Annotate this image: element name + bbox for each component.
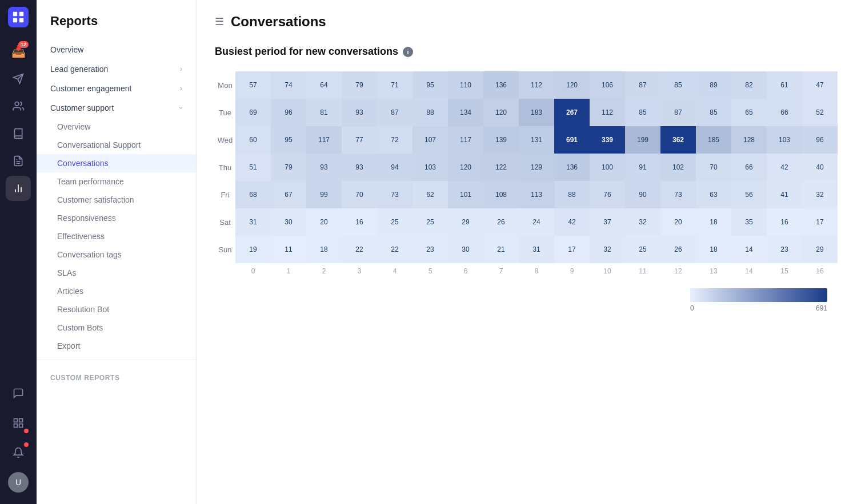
heatmap-cell: 93 bbox=[342, 99, 377, 126]
hour-label: 3 bbox=[342, 263, 377, 279]
page-title: Conversations bbox=[231, 14, 326, 30]
heatmap-cell: 120 bbox=[448, 154, 483, 181]
nav-subitem-conversations[interactable]: Conversations bbox=[37, 154, 196, 172]
heatmap-cell: 117 bbox=[448, 126, 483, 154]
nav-subitem-conversational-support-label: Conversational Support bbox=[57, 140, 141, 150]
heatmap-cell: 96 bbox=[271, 99, 306, 126]
heatmap-row: Tue6996819387881341201832671128587856566… bbox=[215, 99, 838, 126]
heatmap-cell: 30 bbox=[271, 208, 306, 236]
inbox-nav-icon[interactable]: 📥 12 bbox=[6, 39, 31, 64]
svg-rect-3 bbox=[19, 18, 23, 22]
send-nav-icon[interactable] bbox=[6, 66, 31, 91]
hamburger-icon[interactable]: ☰ bbox=[215, 15, 224, 28]
notes-nav-icon[interactable] bbox=[6, 148, 31, 174]
app-logo bbox=[8, 7, 29, 27]
heatmap-cell: 26 bbox=[660, 236, 696, 263]
inbox-badge: 12 bbox=[18, 41, 29, 48]
nav-subitem-effectiveness-label: Effectiveness bbox=[57, 232, 105, 241]
nav-item-customer-engagement[interactable]: Customer engagement › bbox=[37, 79, 196, 98]
nav-item-overview[interactable]: Overview bbox=[37, 40, 196, 59]
nav-subitem-resolution-bot-label: Resolution Bot bbox=[57, 305, 109, 314]
heatmap-cell: 18 bbox=[306, 236, 342, 263]
day-label: Mon bbox=[215, 71, 235, 99]
heatmap-cell: 61 bbox=[767, 71, 802, 99]
customer-support-chevron: › bbox=[177, 107, 185, 109]
heatmap-cell: 31 bbox=[235, 208, 271, 236]
nav-subitem-overview[interactable]: Overview bbox=[37, 118, 196, 136]
heatmap-cell: 110 bbox=[448, 71, 483, 99]
svg-rect-15 bbox=[14, 424, 18, 428]
nav-subitem-conversation-tags[interactable]: Conversation tags bbox=[37, 245, 196, 264]
nav-subitem-responsiveness[interactable]: Responsiveness bbox=[37, 209, 196, 227]
heatmap-row: Sun1911182222233021311732252618142329 bbox=[215, 236, 838, 263]
nav-item-lead-generation-label: Lead generation bbox=[50, 64, 108, 74]
heatmap-cell: 22 bbox=[377, 236, 413, 263]
heatmap-cell: 17 bbox=[554, 236, 590, 263]
hour-label: 14 bbox=[731, 263, 767, 279]
user-avatar[interactable]: U bbox=[8, 472, 29, 493]
heatmap-cell: 95 bbox=[271, 126, 306, 154]
nav-item-lead-generation[interactable]: Lead generation › bbox=[37, 59, 196, 79]
heatmap-cell: 63 bbox=[696, 181, 731, 208]
heatmap-cell: 77 bbox=[342, 126, 377, 154]
heatmap-cell: 112 bbox=[519, 71, 554, 99]
nav-subitem-resolution-bot[interactable]: Resolution Bot bbox=[37, 300, 196, 318]
nav-subitem-team-performance[interactable]: Team performance bbox=[37, 172, 196, 191]
hour-label: 1 bbox=[271, 263, 306, 279]
heatmap-cell: 87 bbox=[377, 99, 413, 126]
nav-subitem-effectiveness[interactable]: Effectiveness bbox=[37, 227, 196, 245]
info-icon[interactable]: i bbox=[403, 47, 413, 57]
heatmap-cell: 42 bbox=[554, 208, 590, 236]
nav-subitem-export[interactable]: Export bbox=[37, 337, 196, 355]
heatmap-cell: 66 bbox=[767, 99, 802, 126]
heatmap-cell: 69 bbox=[235, 99, 271, 126]
heatmap-row: Mon5774647971951101361121201068785898261… bbox=[215, 71, 838, 99]
heatmap-cell: 107 bbox=[413, 126, 448, 154]
reports-nav-icon[interactable] bbox=[6, 176, 31, 201]
hour-label: 15 bbox=[767, 263, 802, 279]
nav-subitem-conversational-support[interactable]: Conversational Support bbox=[37, 136, 196, 154]
heatmap-cell: 32 bbox=[625, 208, 660, 236]
nav-item-overview-label: Overview bbox=[50, 45, 83, 54]
heatmap-table: Mon5774647971951101361121201068785898261… bbox=[215, 71, 838, 279]
heatmap-cell: 85 bbox=[625, 99, 660, 126]
heatmap-cell: 129 bbox=[519, 154, 554, 181]
heatmap-cell: 21 bbox=[483, 236, 519, 263]
heatmap-cell: 128 bbox=[731, 126, 767, 154]
nav-subitem-slas[interactable]: SLAs bbox=[37, 264, 196, 282]
heatmap-cell: 16 bbox=[342, 208, 377, 236]
lead-generation-chevron: › bbox=[180, 65, 182, 73]
nav-subitem-articles[interactable]: Articles bbox=[37, 282, 196, 300]
nav-subitem-custom-bots[interactable]: Custom Bots bbox=[37, 318, 196, 337]
nav-subitem-custom-bots-label: Custom Bots bbox=[57, 323, 103, 332]
heatmap-cell: 95 bbox=[413, 71, 448, 99]
nav-item-customer-support[interactable]: Customer support › bbox=[37, 98, 196, 118]
heatmap-cell: 82 bbox=[731, 71, 767, 99]
heatmap-cell: 32 bbox=[590, 236, 625, 263]
heatmap-cell: 71 bbox=[377, 71, 413, 99]
bell-nav-icon[interactable] bbox=[6, 440, 31, 465]
svg-rect-0 bbox=[13, 12, 17, 16]
apps-nav-icon[interactable] bbox=[6, 410, 31, 436]
section-title: Busiest period for new conversations i bbox=[215, 46, 839, 58]
heatmap-cell: 136 bbox=[554, 154, 590, 181]
heatmap-cell: 101 bbox=[448, 181, 483, 208]
heatmap-cell: 131 bbox=[519, 126, 554, 154]
heatmap-cell: 18 bbox=[696, 236, 731, 263]
contacts-nav-icon[interactable] bbox=[6, 94, 31, 119]
books-nav-icon[interactable] bbox=[6, 121, 31, 146]
page-header: ☰ Conversations bbox=[215, 14, 839, 30]
nav-subitem-overview-label: Overview bbox=[57, 122, 90, 131]
hour-label: 6 bbox=[448, 263, 483, 279]
hour-label: 11 bbox=[625, 263, 660, 279]
chat-nav-icon[interactable] bbox=[6, 381, 31, 406]
heatmap-cell: 79 bbox=[271, 154, 306, 181]
heatmap-cell: 18 bbox=[696, 208, 731, 236]
nav-subitem-customer-satisfaction[interactable]: Customer satisfaction bbox=[37, 191, 196, 209]
hour-labels-row: 012345678910111213141516 bbox=[215, 263, 838, 279]
heatmap-cell: 73 bbox=[377, 181, 413, 208]
custom-reports-section: Custom reports bbox=[37, 365, 196, 386]
heatmap-cell: 29 bbox=[448, 208, 483, 236]
legend-labels: 0 691 bbox=[690, 304, 827, 312]
heatmap-cell: 68 bbox=[235, 181, 271, 208]
